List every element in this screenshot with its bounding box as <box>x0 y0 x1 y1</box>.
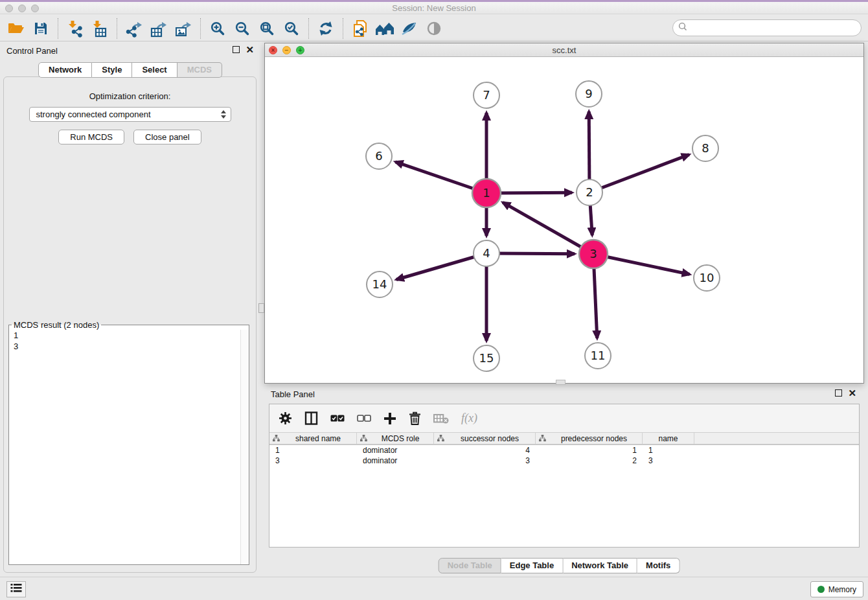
column-header-predecessor_nodes[interactable]: predecessor nodes <box>536 433 643 444</box>
cell-shared_name[interactable]: 3 <box>269 456 357 466</box>
result-scrollbar[interactable] <box>240 330 249 564</box>
table-row[interactable]: 3dominator323 <box>269 456 859 466</box>
tab-mcds[interactable]: MCDS <box>177 62 222 78</box>
graph-node-11[interactable]: 11 <box>585 343 611 369</box>
save-session-icon[interactable] <box>29 17 53 40</box>
float-panel-icon[interactable] <box>233 46 240 53</box>
table-toolbar: f(x) <box>269 404 859 433</box>
column-header-mcds_role[interactable]: MCDS role <box>357 433 434 444</box>
zoom-in-icon[interactable] <box>205 17 230 40</box>
graph-node-9[interactable]: 9 <box>576 81 602 107</box>
cell-mcds_role[interactable]: dominator <box>357 445 434 456</box>
task-list-icon <box>10 583 22 595</box>
columns-icon[interactable] <box>304 411 318 425</box>
network-canvas[interactable]: 7 9 6 8 1 2 4 3 14 10 15 11 <box>265 58 863 383</box>
export-network-icon[interactable] <box>122 17 146 40</box>
criterion-select[interactable]: strongly connected component <box>29 107 231 122</box>
control-panel-tabs: NetworkStyleSelectMCDS <box>38 62 222 78</box>
cell-name[interactable]: 1 <box>643 445 694 456</box>
main-toolbar <box>0 16 868 41</box>
graph-node-2[interactable]: 2 <box>577 179 602 205</box>
graph-node-7[interactable]: 7 <box>474 82 499 108</box>
table-panel: Table Panel ✕ f(x) shared nameMCDS roles… <box>264 386 864 576</box>
mcds-result-list[interactable]: 13 <box>9 330 240 564</box>
task-history-button[interactable] <box>6 581 26 597</box>
graph-edge-3-1[interactable] <box>503 202 593 254</box>
tab-select[interactable]: Select <box>132 62 177 78</box>
horizontal-split-grip[interactable] <box>556 380 565 385</box>
graph-node-4[interactable]: 4 <box>474 240 499 266</box>
table-row[interactable]: 1dominator411 <box>269 445 859 456</box>
search-input[interactable] <box>687 21 861 35</box>
gear-icon[interactable] <box>279 411 292 425</box>
criterion-value: strongly connected component <box>36 110 151 119</box>
graph-node-6[interactable]: 6 <box>366 143 392 169</box>
deselect-all-icon[interactable] <box>357 414 371 422</box>
memory-button[interactable]: Memory <box>810 581 863 597</box>
float-table-panel-icon[interactable] <box>835 389 842 397</box>
export-table-icon[interactable] <box>146 17 171 40</box>
tab-motifs[interactable]: Motifs <box>637 558 680 573</box>
tab-node-table[interactable]: Node Table <box>439 558 501 573</box>
home-icon[interactable] <box>372 17 397 40</box>
cell-name[interactable]: 3 <box>643 456 694 466</box>
duplicate-network-icon[interactable] <box>348 17 372 40</box>
svg-text:3: 3 <box>589 247 597 260</box>
close-panel-icon[interactable]: ✕ <box>246 46 254 53</box>
zoom-selected-icon[interactable] <box>279 17 304 40</box>
graph-node-1[interactable]: 1 <box>472 179 501 207</box>
toolbar-separator <box>200 18 201 39</box>
mcds-result-node: 3 <box>9 341 240 352</box>
table-column-headers: shared nameMCDS rolesuccessor nodesprede… <box>269 433 859 445</box>
graph-edge-2-8[interactable] <box>589 155 689 192</box>
svg-text:15: 15 <box>479 351 494 365</box>
search-icon <box>678 22 687 34</box>
optimization-criterion-label: Optimization criterion: <box>4 77 256 101</box>
cell-successor_nodes[interactable]: 3 <box>434 456 536 466</box>
tab-style[interactable]: Style <box>92 62 132 78</box>
cell-predecessor_nodes[interactable]: 2 <box>536 456 643 466</box>
refresh-layout-icon[interactable] <box>314 17 338 40</box>
select-all-icon[interactable] <box>330 414 345 422</box>
cell-predecessor_nodes[interactable]: 1 <box>536 445 643 456</box>
cell-successor_nodes[interactable]: 4 <box>434 445 536 456</box>
column-header-successor_nodes[interactable]: successor nodes <box>434 433 536 444</box>
tab-network[interactable]: Network <box>38 62 92 78</box>
mcds-result-box: MCDS result (2 nodes) 13 <box>8 320 249 565</box>
open-file-icon[interactable] <box>4 17 29 40</box>
graph-node-10[interactable]: 10 <box>694 265 720 291</box>
add-icon[interactable] <box>383 412 396 425</box>
toggle-graphics-icon[interactable] <box>397 17 422 40</box>
svg-text:11: 11 <box>591 349 606 362</box>
zoom-out-icon[interactable] <box>230 17 255 40</box>
node-table: f(x) shared nameMCDS rolesuccessor nodes… <box>269 404 860 548</box>
graph-node-14[interactable]: 14 <box>367 271 393 297</box>
column-header-shared_name[interactable]: shared name <box>269 433 357 444</box>
fx-icon: f(x) <box>461 411 477 425</box>
import-network-icon[interactable] <box>63 17 87 40</box>
graph-node-3[interactable]: 3 <box>579 240 608 268</box>
control-panel: Control Panel ✕ NetworkStyleSelectMCDS O… <box>0 41 260 577</box>
mcds-result-node: 1 <box>9 330 240 341</box>
close-table-panel-icon[interactable]: ✕ <box>848 389 856 397</box>
graph-node-8[interactable]: 8 <box>692 135 718 161</box>
cell-shared_name[interactable]: 1 <box>269 445 357 456</box>
memory-label: Memory <box>828 585 856 594</box>
close-panel-button[interactable]: Close panel <box>133 130 201 144</box>
cell-mcds_role[interactable]: dominator <box>357 456 434 466</box>
network-window-titlebar[interactable]: × − + scc.txt <box>265 43 863 57</box>
zoom-fit-icon[interactable] <box>255 17 279 40</box>
run-mcds-button[interactable]: Run MCDS <box>58 130 124 144</box>
status-bar: Memory <box>0 577 868 600</box>
memory-status-icon <box>817 586 825 593</box>
svg-text:10: 10 <box>700 271 714 284</box>
tab-network-table[interactable]: Network Table <box>563 558 637 573</box>
export-image-icon[interactable] <box>171 17 196 40</box>
trash-icon[interactable] <box>409 411 421 425</box>
vertical-split-grip[interactable] <box>258 303 264 313</box>
column-header-name[interactable]: name <box>643 433 694 444</box>
import-table-icon[interactable] <box>87 17 112 40</box>
tab-edge-table[interactable]: Edge Table <box>501 558 563 573</box>
graph-edge-4-14[interactable] <box>396 253 486 280</box>
graph-node-15[interactable]: 15 <box>474 345 499 371</box>
